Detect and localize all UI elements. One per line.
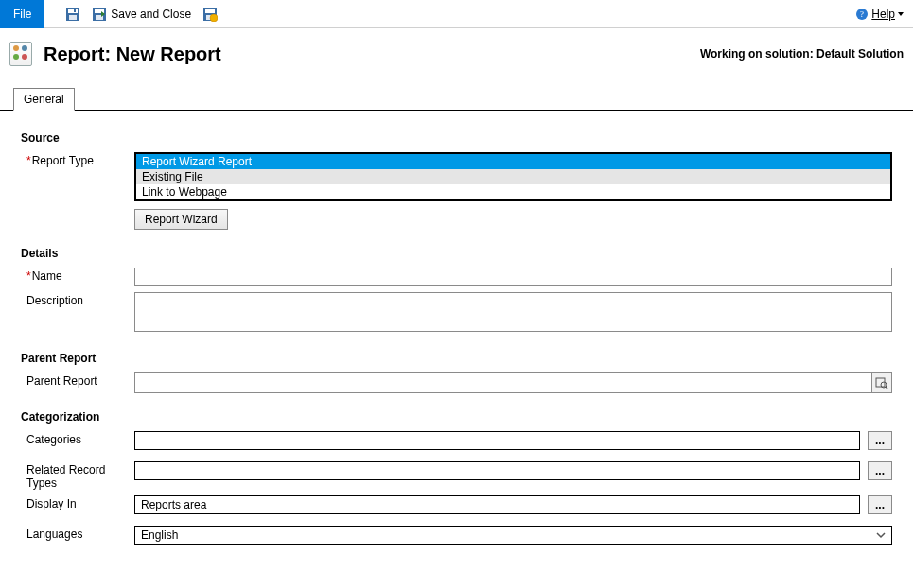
label-parent-report: Parent Report (21, 372, 134, 388)
related-types-input[interactable] (134, 461, 860, 480)
description-input[interactable] (134, 292, 892, 332)
ellipsis-icon: ... (875, 464, 885, 477)
save-and-close-label: Save and Close (111, 8, 191, 21)
row-related-types: Related Record Types ... (21, 461, 892, 490)
label-report-type: Report Type (21, 152, 134, 167)
svg-rect-1 (68, 9, 78, 13)
row-languages: Languages (21, 526, 892, 545)
parent-report-lookup-button[interactable] (871, 372, 892, 393)
help-label: Help (871, 8, 895, 21)
help-icon: ? (855, 8, 869, 21)
report-wizard-button-label: Report Wizard (145, 213, 218, 226)
caret-down-icon (898, 12, 904, 16)
svg-rect-3 (74, 9, 76, 12)
section-details-title: Details (21, 247, 892, 260)
report-type-option-link[interactable]: Link to Webpage (136, 184, 890, 199)
save-new-icon (202, 7, 218, 22)
file-menu-label: File (13, 8, 31, 21)
row-categories: Categories ... (21, 431, 892, 456)
report-wizard-button[interactable]: Report Wizard (134, 209, 228, 230)
label-description: Description (21, 292, 134, 307)
languages-value[interactable] (134, 526, 892, 545)
svg-rect-8 (205, 9, 215, 13)
languages-select[interactable] (134, 526, 892, 545)
ellipsis-icon: ... (875, 434, 885, 447)
row-parent-report: Parent Report (21, 372, 892, 393)
save-icon (65, 7, 80, 22)
help-menu[interactable]: ? Help (855, 8, 904, 21)
categories-input[interactable] (134, 431, 860, 450)
svg-line-15 (886, 387, 887, 389)
file-menu-button[interactable]: File (0, 0, 44, 28)
tabs: General (0, 87, 913, 111)
save-button[interactable] (61, 5, 84, 24)
save-and-close-button[interactable]: Save and Close (88, 5, 195, 24)
section-categorization-title: Categorization (21, 410, 892, 424)
toolbar-group: Save and Close (61, 5, 221, 24)
report-type-option-existing[interactable]: Existing File (136, 169, 890, 184)
label-categories: Categories (21, 431, 134, 446)
parent-report-input[interactable] (134, 372, 871, 393)
report-type-select[interactable]: Report Wizard Report Existing File Link … (134, 152, 892, 201)
row-name: Name (21, 268, 892, 286)
tab-general-label: General (24, 93, 64, 106)
page-title: Report: New Report (44, 43, 221, 65)
lookup-icon (875, 376, 888, 389)
page-header: Report: New Report Working on solution: … (0, 28, 913, 87)
ellipsis-icon: ... (875, 498, 885, 511)
toolbar: File Save and Close ? Help (0, 0, 913, 28)
label-languages: Languages (21, 526, 134, 541)
save-and-new-button[interactable] (199, 5, 221, 24)
svg-text:?: ? (860, 9, 864, 19)
svg-rect-2 (69, 15, 77, 20)
section-parent-title: Parent Report (21, 352, 892, 365)
row-display-in: Display In ... (21, 495, 892, 520)
related-types-picker-button[interactable]: ... (868, 461, 892, 480)
row-report-type: Report Type Report Wizard Report Existin… (21, 152, 892, 230)
label-display-in: Display In (21, 495, 134, 510)
row-description: Description (21, 292, 892, 335)
display-in-picker-button[interactable]: ... (868, 495, 892, 514)
display-in-input[interactable] (134, 495, 860, 514)
tab-general[interactable]: General (13, 88, 75, 111)
form-content: Source Report Type Report Wizard Report … (0, 111, 913, 569)
section-source-title: Source (21, 131, 892, 145)
solution-label: Working on solution: Default Solution (700, 47, 904, 61)
label-related-types: Related Record Types (21, 461, 134, 490)
categories-picker-button[interactable]: ... (868, 431, 892, 450)
label-name: Name (21, 268, 134, 283)
svg-point-10 (210, 14, 218, 22)
name-input[interactable] (134, 268, 892, 286)
report-type-option-wizard[interactable]: Report Wizard Report (136, 154, 890, 169)
save-close-icon (92, 7, 107, 22)
report-icon (9, 42, 32, 66)
